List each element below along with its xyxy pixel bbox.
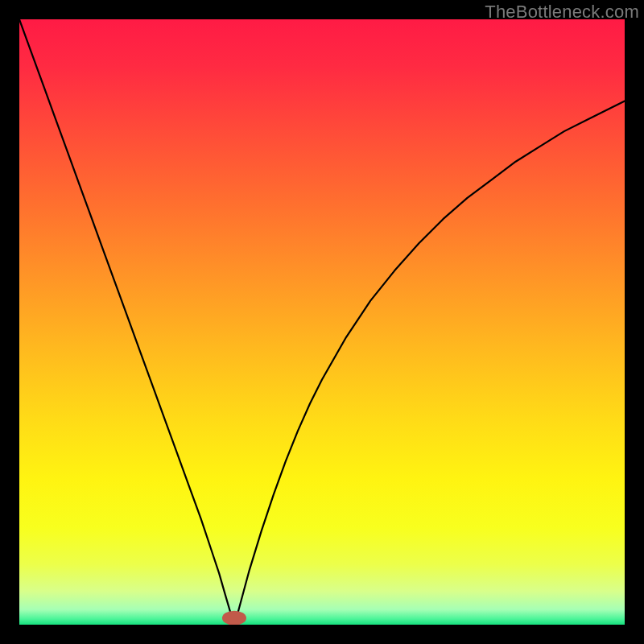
chart-frame	[19, 19, 625, 625]
optimum-marker	[222, 611, 246, 625]
gradient-background	[19, 19, 625, 625]
bottleneck-chart	[19, 19, 625, 625]
watermark-text: TheBottleneck.com	[485, 2, 639, 23]
